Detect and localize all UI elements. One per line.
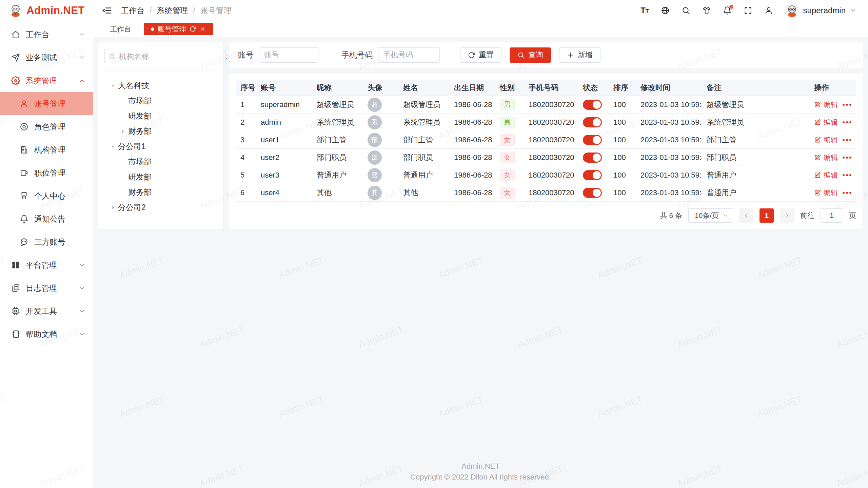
more-actions-button[interactable] — [843, 121, 851, 123]
org-tree: 大名科技 市场部 研发部 财务部 — [104, 78, 217, 215]
more-actions-button[interactable] — [843, 174, 851, 176]
notification-icon[interactable] — [723, 6, 732, 15]
chevron-right-icon — [784, 212, 790, 219]
tree-node[interactable]: 财务部 — [104, 185, 217, 200]
breadcrumb-system-mgmt[interactable]: 系统管理 — [157, 5, 188, 16]
search-icon[interactable] — [682, 6, 690, 15]
user-icon[interactable] — [764, 6, 773, 15]
avatar: 系 — [368, 115, 382, 129]
edit-button[interactable]: 编辑 — [814, 153, 838, 162]
sidebar-item-role-mgmt[interactable]: 角色管理 — [0, 115, 93, 138]
sidebar-item-platform-mgmt[interactable]: 平台管理 — [0, 253, 93, 277]
sidebar-item-dev-tools[interactable]: 开发工具 — [0, 300, 93, 323]
tree-node[interactable]: 研发部 — [104, 169, 217, 185]
avatar: 普 — [368, 168, 382, 182]
profile-icon — [20, 191, 28, 200]
chevron-down-icon — [850, 7, 856, 14]
gender-badge: 男 — [500, 99, 515, 110]
edit-icon — [814, 172, 821, 179]
page-content: ... 大名科技 市场部 研发部 — [93, 37, 868, 488]
sidebar: Admin.NET 工作台 业务测试 系统管理 账号管理 角色管理 机构管理 — [0, 0, 93, 488]
tree-node[interactable]: 市场部 — [104, 154, 217, 169]
search-icon — [517, 52, 525, 59]
app-logo[interactable]: Admin.NET — [0, 0, 93, 21]
sidebar-item-notice[interactable]: 通知公告 — [0, 207, 93, 230]
reset-button[interactable]: 重置 — [460, 47, 501, 63]
caret-right-icon[interactable] — [109, 204, 117, 211]
org-tree-panel: ... 大名科技 市场部 研发部 — [98, 42, 223, 229]
avatar: 部 — [368, 150, 382, 165]
sidebar-item-account-mgmt[interactable]: 账号管理 — [0, 92, 93, 115]
sidebar-item-third-party-account[interactable]: 三方账号 — [0, 230, 93, 253]
status-toggle[interactable] — [583, 152, 602, 163]
phone-label: 手机号码 — [341, 50, 373, 60]
book-icon — [11, 330, 20, 339]
page-size-select[interactable]: 10条/页 — [688, 208, 733, 223]
breadcrumb-workbench[interactable]: 工作台 — [121, 5, 144, 16]
main-column: 工作台 / 系统管理 / 账号管理 TT superadmin 工作台 — [93, 0, 868, 488]
account-label: 账号 — [238, 50, 254, 60]
edit-icon — [814, 119, 821, 126]
tab-bar: 工作台 账号管理 — [93, 21, 868, 37]
sidebar-item-business-test[interactable]: 业务测试 — [0, 46, 93, 69]
edit-button[interactable]: 编辑 — [814, 100, 838, 109]
chat-icon — [20, 238, 28, 246]
tree-node[interactable]: 分公司1 — [104, 139, 217, 154]
sidebar-item-workbench[interactable]: 工作台 — [0, 23, 93, 46]
gender-badge: 男 — [500, 117, 515, 128]
sidebar-item-position-mgmt[interactable]: 职位管理 — [0, 161, 93, 184]
goto-page-input[interactable] — [821, 208, 843, 223]
sidebar-item-help-docs[interactable]: 帮助文档 — [0, 323, 93, 346]
tab-account-mgmt[interactable]: 账号管理 — [144, 23, 213, 35]
font-size-icon[interactable]: TT — [640, 6, 649, 15]
caret-right-icon[interactable] — [119, 128, 127, 135]
chevron-left-icon — [743, 212, 750, 219]
more-actions-button[interactable] — [843, 139, 851, 141]
gear-icon — [11, 76, 20, 85]
add-button[interactable]: 新增 — [559, 47, 600, 63]
theme-icon[interactable] — [702, 6, 711, 15]
sidebar-item-org-mgmt[interactable]: 机构管理 — [0, 138, 93, 161]
sidebar-menu: 工作台 业务测试 系统管理 账号管理 角色管理 机构管理 职位管理 — [0, 21, 93, 488]
status-toggle[interactable] — [583, 135, 602, 145]
current-page-button[interactable]: 1 — [760, 208, 774, 223]
more-actions-button[interactable] — [843, 157, 851, 159]
status-toggle[interactable] — [583, 100, 602, 110]
close-icon[interactable] — [199, 26, 206, 32]
language-icon[interactable] — [661, 6, 670, 15]
phone-input[interactable] — [378, 47, 440, 63]
status-toggle[interactable] — [583, 117, 602, 127]
fullscreen-icon[interactable] — [744, 6, 752, 15]
search-button[interactable]: 查询 — [510, 47, 551, 63]
chevron-down-icon — [79, 285, 85, 291]
caret-down-icon[interactable] — [109, 143, 117, 150]
user-menu[interactable]: superadmin — [785, 3, 856, 18]
sidebar-item-system-mgmt[interactable]: 系统管理 — [0, 69, 93, 92]
tree-node[interactable]: 财务部 — [104, 124, 217, 139]
refresh-icon — [468, 52, 475, 59]
edit-button[interactable]: 编辑 — [814, 118, 838, 127]
tree-node[interactable]: 市场部 — [104, 93, 217, 108]
sidebar-item-log-mgmt[interactable]: 日志管理 — [0, 277, 93, 300]
account-input[interactable] — [259, 47, 318, 63]
org-search-box[interactable] — [104, 49, 221, 64]
tree-node[interactable]: 研发部 — [104, 108, 217, 124]
status-toggle[interactable] — [583, 170, 602, 180]
tree-node[interactable]: 分公司2 — [104, 200, 217, 215]
edit-button[interactable]: 编辑 — [814, 170, 838, 180]
org-search-input[interactable] — [119, 52, 217, 61]
refresh-icon[interactable] — [190, 26, 196, 32]
more-actions-button[interactable] — [843, 104, 851, 106]
edit-button[interactable]: 编辑 — [814, 188, 838, 198]
tab-workbench[interactable]: 工作台 — [103, 23, 138, 35]
caret-down-icon[interactable] — [109, 82, 117, 89]
prev-page-button[interactable] — [739, 208, 753, 223]
status-toggle[interactable] — [583, 188, 602, 198]
more-actions-button[interactable] — [843, 192, 851, 194]
next-page-button[interactable] — [780, 208, 794, 223]
collapse-menu-icon[interactable] — [102, 5, 112, 16]
edit-button[interactable]: 编辑 — [814, 135, 838, 145]
tree-node[interactable]: 大名科技 — [104, 78, 217, 93]
sidebar-item-profile-center[interactable]: 个人中心 — [0, 184, 93, 207]
page-suffix: 页 — [849, 211, 856, 220]
